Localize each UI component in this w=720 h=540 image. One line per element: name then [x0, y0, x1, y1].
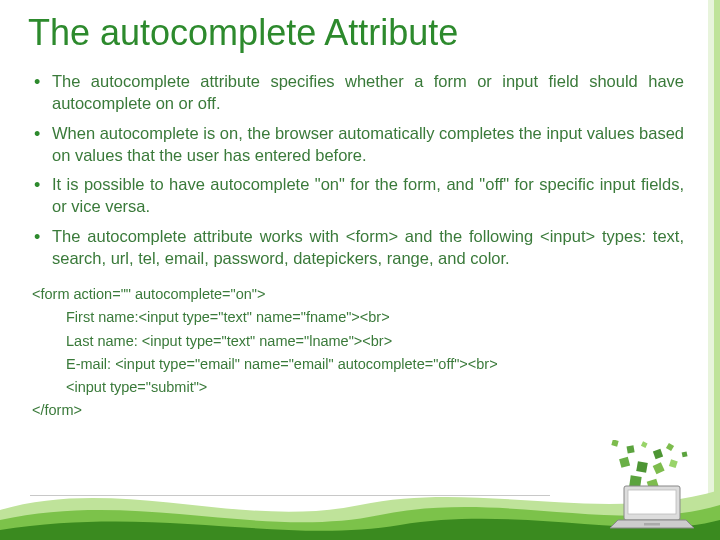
- slide-content: The autocomplete attribute specifies whe…: [32, 70, 684, 422]
- svg-rect-11: [682, 451, 688, 457]
- divider: [30, 495, 550, 496]
- bullet-item: When autocomplete is on, the browser aut…: [32, 122, 684, 167]
- bullet-list: The autocomplete attribute specifies whe…: [32, 70, 684, 269]
- code-line: First name:<input type="text" name="fnam…: [32, 306, 684, 329]
- svg-rect-16: [644, 523, 660, 526]
- code-line: E-mail: <input type="email" name="email"…: [32, 353, 684, 376]
- svg-rect-0: [708, 0, 720, 540]
- svg-rect-8: [636, 461, 648, 473]
- bullet-item: The autocomplete attribute works with <f…: [32, 225, 684, 270]
- svg-rect-7: [619, 457, 630, 468]
- svg-rect-4: [641, 441, 648, 448]
- wave-decor: [0, 470, 720, 540]
- svg-rect-2: [611, 440, 618, 447]
- svg-rect-14: [624, 486, 680, 520]
- laptop-icon: [572, 440, 702, 530]
- svg-rect-9: [653, 462, 665, 474]
- svg-rect-6: [666, 443, 674, 451]
- svg-rect-15: [628, 490, 676, 514]
- bullet-item: The autocomplete attribute specifies whe…: [32, 70, 684, 115]
- svg-rect-5: [653, 449, 663, 459]
- code-line: </form>: [32, 399, 684, 422]
- code-line: Last name: <input type="text" name="lnam…: [32, 330, 684, 353]
- side-accent-decor: [708, 0, 720, 540]
- svg-rect-13: [647, 479, 660, 492]
- bullet-item: It is possible to have autocomplete "on"…: [32, 173, 684, 218]
- svg-rect-12: [629, 475, 641, 487]
- svg-rect-1: [714, 0, 720, 540]
- slide-title: The autocomplete Attribute: [28, 12, 458, 54]
- code-block: <form action="" autocomplete="on"> First…: [32, 283, 684, 422]
- svg-rect-10: [669, 459, 678, 468]
- code-line: <form action="" autocomplete="on">: [32, 283, 684, 306]
- code-line: <input type="submit">: [32, 376, 684, 399]
- svg-rect-3: [627, 445, 635, 453]
